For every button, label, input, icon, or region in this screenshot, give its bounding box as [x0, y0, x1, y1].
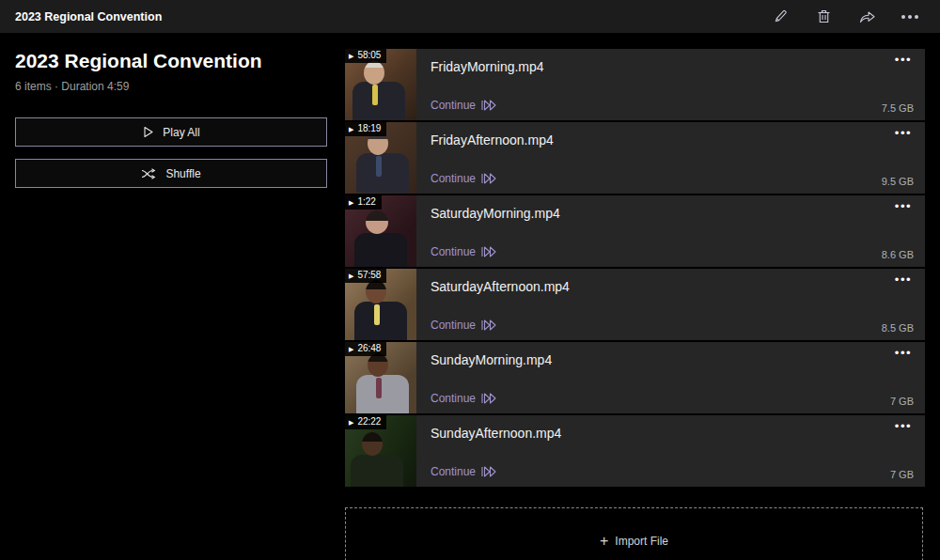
duration-badge: ▶ 1:22: [345, 195, 382, 210]
delete-button[interactable]: [808, 4, 838, 30]
share-button[interactable]: [852, 4, 882, 30]
file-size: 7 GB: [890, 396, 914, 407]
video-row-saturday-afternoon[interactable]: ▶ 57:58 SaturdayAfternoon.mp4 Continue •…: [345, 269, 925, 340]
row-more-button[interactable]: •••: [891, 49, 916, 71]
video-row-sunday-morning[interactable]: ▶ 26:48 SundayMorning.mp4 Continue ••• 7…: [345, 342, 925, 413]
continue-button[interactable]: Continue: [431, 392, 496, 405]
duration-text: 18:19: [357, 124, 381, 133]
edit-button[interactable]: [765, 4, 795, 30]
duration-badge: ▶ 22:22: [345, 415, 386, 429]
duration-badge: ▶ 26:48: [345, 342, 386, 356]
play-all-button[interactable]: Play All: [15, 117, 327, 147]
continue-button[interactable]: Continue: [431, 245, 496, 258]
duration-badge: ▶ 58:05: [345, 49, 386, 63]
duration-badge: ▶ 18:19: [345, 122, 386, 136]
thumbnail-art: [354, 302, 407, 340]
row-more-button[interactable]: •••: [891, 342, 916, 365]
import-file-label: Import File: [615, 535, 668, 548]
continue-button[interactable]: Continue: [431, 172, 496, 185]
plus-icon: +: [600, 534, 608, 549]
resume-icon: [481, 246, 496, 257]
resume-icon: [481, 100, 496, 111]
thumbnail-art: [356, 375, 409, 413]
resume-icon: [481, 173, 496, 184]
duration-text: 26:48: [357, 344, 381, 353]
duration-text: 22:22: [357, 417, 381, 427]
file-size: 9.5 GB: [882, 176, 914, 187]
duration-text: 57:58: [357, 271, 381, 280]
duration-text: 58:05: [357, 51, 381, 60]
trash-icon: [816, 8, 832, 24]
thumbnail-art: [352, 82, 405, 120]
row-more-button[interactable]: •••: [891, 195, 916, 218]
video-row-sunday-afternoon[interactable]: ▶ 22:22 SundayAfternoon.mp4 Continue •••…: [345, 415, 925, 487]
play-outline-icon: [142, 126, 154, 138]
playlist-panel: 2023 Regional Convention 6 items · Durat…: [15, 49, 329, 188]
shuffle-button[interactable]: Shuffle: [15, 159, 327, 188]
video-thumbnail: ▶ 1:22: [345, 195, 416, 267]
play-icon: ▶: [349, 199, 353, 206]
video-row-friday-morning[interactable]: ▶ 58:05 FridayMorning.mp4 Continue ••• 7…: [345, 49, 925, 120]
video-list: ▶ 58:05 FridayMorning.mp4 Continue ••• 7…: [345, 49, 925, 489]
play-all-label: Play All: [163, 126, 199, 139]
row-more-button[interactable]: •••: [891, 415, 916, 438]
import-file-button[interactable]: + Import File: [345, 507, 923, 560]
resume-icon: [481, 319, 496, 331]
play-icon: ▶: [349, 419, 353, 426]
more-button[interactable]: [895, 4, 925, 30]
resume-icon: [481, 466, 496, 477]
ellipsis-icon: [901, 15, 918, 19]
playlist-title: 2023 Regional Convention: [15, 49, 329, 72]
video-title: SaturdayMorning.mp4: [431, 206, 560, 221]
file-size: 7.5 GB: [882, 102, 914, 114]
row-more-button[interactable]: •••: [891, 122, 916, 145]
video-title: FridayAfternoon.mp4: [431, 132, 554, 148]
file-size: 8.5 GB: [882, 322, 914, 334]
video-thumbnail: ▶ 22:22: [345, 415, 416, 487]
video-title: SaturdayAfternoon.mp4: [431, 279, 570, 294]
window-title: 2023 Regional Convention: [15, 10, 162, 23]
thumbnail-art: [354, 233, 407, 267]
video-title: FridayMorning.mp4: [431, 59, 544, 74]
thumbnail-art: [356, 153, 409, 193]
duration-badge: ▶ 57:58: [345, 269, 386, 283]
duration-text: 1:22: [357, 197, 375, 207]
playlist-buttons: Play All Shuffle: [15, 117, 329, 188]
shuffle-icon: [141, 168, 157, 179]
video-thumbnail: ▶ 26:48: [345, 342, 416, 413]
video-row-friday-afternoon[interactable]: ▶ 18:19 FridayAfternoon.mp4 Continue •••…: [345, 122, 925, 194]
video-thumbnail: ▶ 57:58: [345, 269, 416, 340]
resume-icon: [481, 393, 496, 404]
play-icon: ▶: [349, 53, 353, 59]
topbar: 2023 Regional Convention: [0, 0, 940, 33]
video-thumbnail: ▶ 18:19: [345, 122, 416, 194]
video-row-saturday-morning[interactable]: ▶ 1:22 SaturdayMorning.mp4 Continue ••• …: [345, 195, 925, 267]
share-arrow-icon: [858, 8, 876, 24]
shuffle-label: Shuffle: [165, 167, 200, 180]
continue-button[interactable]: Continue: [431, 99, 496, 112]
continue-button[interactable]: Continue: [431, 319, 496, 332]
thumbnail-art: [351, 455, 403, 487]
pencil-icon: [773, 8, 789, 24]
row-more-button[interactable]: •••: [891, 269, 916, 291]
video-title: SundayAfternoon.mp4: [431, 426, 561, 441]
file-size: 8.6 GB: [882, 249, 914, 260]
play-icon: ▶: [349, 346, 353, 352]
file-size: 7 GB: [890, 469, 914, 480]
video-thumbnail: ▶ 58:05: [345, 49, 416, 120]
topbar-actions: [765, 4, 925, 30]
continue-button[interactable]: Continue: [431, 465, 496, 478]
play-icon: ▶: [349, 126, 353, 132]
video-title: SundayMorning.mp4: [431, 352, 552, 367]
playlist-summary: 6 items · Duration 4:59: [15, 80, 329, 93]
play-icon: ▶: [349, 272, 353, 279]
